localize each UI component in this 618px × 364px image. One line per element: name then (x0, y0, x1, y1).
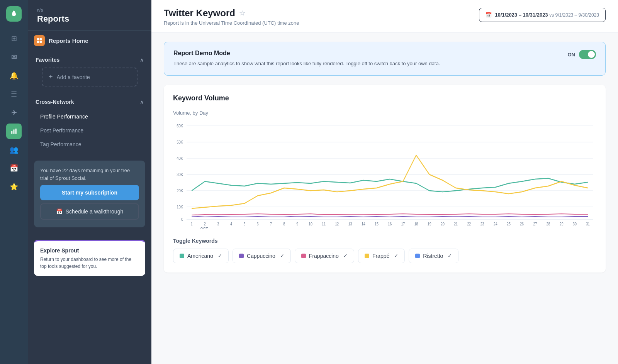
nav-breadcrumb: n/a (37, 8, 142, 12)
frappaccino-label: Frappaccino (309, 253, 339, 259)
favorite-star-icon[interactable]: ☆ (239, 9, 245, 17)
svg-text:30: 30 (573, 222, 577, 226)
start-subscription-button[interactable]: Start my subscription (40, 185, 139, 200)
demo-mode-toggle[interactable] (579, 50, 596, 59)
explore-card-text: Return to your dashboard to see more of … (40, 256, 139, 270)
profile-performance-label: Profile Performance (40, 113, 88, 120)
sidebar-icon-notifications[interactable]: 🔔 (6, 68, 22, 83)
americano-label: Americano (187, 253, 213, 259)
keyword-volume-chart: 60K 50K 40K 30K 20K 10K 0 1 (173, 120, 596, 229)
calendar-icon: 📅 (486, 12, 492, 18)
plus-icon: + (49, 73, 53, 81)
keyword-tag-americano[interactable]: Americano ✓ (173, 249, 229, 263)
frappaccino-check-icon: ✓ (343, 253, 348, 259)
keyword-volume-title: Keyword Volume (173, 94, 596, 102)
nav-item-post-performance[interactable]: Post Performance (36, 124, 144, 137)
nav-item-profile-performance[interactable]: Profile Performance (36, 110, 144, 124)
favorites-chevron-icon[interactable]: ∧ (140, 57, 144, 63)
app-logo (6, 6, 22, 22)
svg-text:24: 24 (494, 222, 497, 226)
add-favorite-button[interactable]: + Add a favorite (42, 68, 138, 86)
nav-title: Reports (37, 14, 142, 24)
schedule-walkthrough-label: Schedule a walkthrough (66, 208, 123, 215)
svg-text:40K: 40K (177, 156, 183, 161)
sidebar-icon-calendar[interactable]: 📅 (6, 161, 22, 176)
svg-text:20: 20 (441, 222, 445, 226)
svg-text:7: 7 (270, 222, 272, 226)
sidebar-icon-star[interactable]: ⭐ (6, 179, 22, 195)
date-range-button[interactable]: 📅 10/1/2023 – 10/31/2023 vs 9/1/2023 – 9… (479, 8, 606, 22)
favorites-title: Favorites (36, 57, 59, 63)
demo-banner-content: Report Demo Mode These are sample analyt… (173, 50, 440, 68)
svg-text:11: 11 (322, 222, 326, 226)
svg-rect-2 (15, 129, 17, 134)
svg-text:15: 15 (375, 222, 379, 226)
frappe-dot (365, 254, 369, 258)
svg-text:29: 29 (560, 222, 564, 226)
svg-text:19: 19 (428, 222, 431, 226)
sidebar-icon-inbox[interactable]: ✉ (6, 49, 22, 65)
cappuccino-check-icon: ✓ (280, 253, 284, 259)
svg-text:2: 2 (204, 222, 206, 226)
keyword-tag-frappe[interactable]: Frappé ✓ (358, 249, 405, 263)
svg-rect-4 (40, 38, 42, 40)
svg-rect-0 (11, 131, 12, 134)
nav-item-reports-home[interactable]: Reports Home (28, 30, 151, 51)
cross-network-header: Cross-Network ∧ (36, 99, 144, 105)
demo-toggle-row: ON (568, 50, 596, 59)
svg-text:22: 22 (467, 222, 471, 226)
sidebar-icon-analytics[interactable] (6, 124, 22, 139)
svg-text:27: 27 (533, 222, 537, 226)
post-performance-label: Post Performance (40, 127, 83, 134)
reports-home-label: Reports Home (49, 37, 88, 44)
page-title: Twitter Keyword (164, 8, 235, 19)
toggle-keywords-section: Toggle Keywords Americano ✓ Cappuccino ✓ (173, 238, 596, 263)
demo-mode-banner: Report Demo Mode These are sample analyt… (164, 42, 606, 76)
svg-text:28: 28 (547, 222, 550, 226)
svg-text:21: 21 (454, 222, 458, 226)
cappuccino-dot (239, 254, 244, 258)
chart-subtitle: Volume, by Day (173, 110, 596, 116)
svg-text:25: 25 (507, 222, 511, 226)
svg-text:13: 13 (348, 222, 352, 226)
svg-text:10: 10 (309, 222, 312, 226)
explore-card-title: Explore Sprout (40, 247, 139, 254)
cross-network-chevron-icon[interactable]: ∧ (140, 99, 144, 105)
svg-text:0: 0 (181, 217, 183, 222)
keyword-volume-card: Keyword Volume Volume, by Day 60K 50K 40… (164, 85, 606, 273)
svg-text:23: 23 (480, 222, 484, 226)
explore-card: Explore Sprout Return to your dashboard … (34, 240, 145, 276)
main-body: Report Demo Mode These are sample analyt… (151, 32, 618, 282)
svg-text:60K: 60K (177, 124, 183, 128)
frappaccino-dot (301, 254, 306, 258)
tag-performance-label: Tag Performance (40, 141, 81, 147)
trial-banner: You have 22 days remaining in your free … (34, 161, 145, 227)
americano-check-icon: ✓ (218, 253, 222, 259)
svg-text:4: 4 (230, 222, 232, 226)
keyword-tag-frappaccino[interactable]: Frappaccino ✓ (295, 249, 354, 263)
sidebar-icon-people[interactable]: 👥 (6, 142, 22, 157)
ristretto-label: Ristretto (423, 253, 443, 259)
nav-item-tag-performance[interactable]: Tag Performance (36, 137, 144, 151)
favorites-header: Favorites ∧ (36, 57, 144, 63)
keyword-tag-ristretto[interactable]: Ristretto ✓ (409, 249, 458, 263)
americano-dot (180, 254, 184, 258)
svg-text:8: 8 (283, 222, 285, 226)
ristretto-dot (415, 254, 420, 258)
svg-text:50K: 50K (177, 140, 183, 144)
svg-text:6: 6 (257, 222, 259, 226)
left-nav-top: n/a Reports (28, 0, 151, 30)
toggle-knob (588, 51, 595, 58)
svg-text:17: 17 (401, 222, 405, 226)
svg-text:5: 5 (244, 222, 246, 226)
svg-text:18: 18 (414, 222, 418, 226)
schedule-walkthrough-button[interactable]: 📅 Schedule a walkthrough (40, 203, 139, 220)
sidebar-icon-tasks[interactable]: ☰ (6, 86, 22, 102)
sidebar-icon-dashboard[interactable]: ⊞ (6, 31, 22, 46)
keyword-tag-cappuccino[interactable]: Cappuccino ✓ (233, 249, 291, 263)
demo-toggle-label: ON (568, 52, 576, 58)
left-nav: n/a Reports Reports Home Favorites ∧ + A… (28, 0, 151, 364)
sidebar-icon-send[interactable]: ✈ (6, 105, 22, 120)
svg-text:9: 9 (296, 222, 298, 226)
page-title-row: Twitter Keyword ☆ (164, 8, 299, 19)
